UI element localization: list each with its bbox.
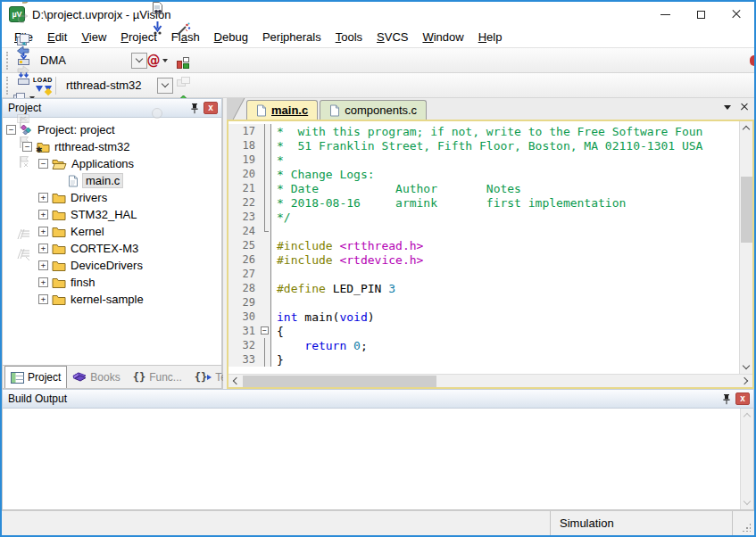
incremental-find-button[interactable]: [147, 18, 167, 37]
tree-item-finsh[interactable]: +finsh: [3, 274, 221, 291]
line-number: 30: [228, 310, 259, 324]
tree-item-kernel-sample[interactable]: +kernel-sample: [3, 291, 221, 308]
web-search-button[interactable]: @: [147, 51, 167, 70]
editor-horizontal-scrollbar[interactable]: [228, 374, 752, 387]
pin-button[interactable]: [189, 103, 200, 114]
target-combo[interactable]: rtthread-stm32: [59, 77, 173, 95]
maximize-button[interactable]: [683, 2, 719, 27]
tab-list-dropdown[interactable]: [724, 105, 731, 110]
fold-collapse-box[interactable]: −: [259, 324, 271, 338]
expand-icon[interactable]: +: [38, 277, 48, 287]
tree-item-rtthread-stm32[interactable]: −✱rtthread-stm32: [3, 138, 221, 155]
tree-item-label: finsh: [71, 276, 95, 289]
collapse-icon[interactable]: −: [38, 159, 48, 169]
tab-components-c[interactable]: components.c: [320, 100, 427, 120]
panel-tab-project[interactable]: Project: [4, 366, 67, 388]
tree-item-applications[interactable]: −Applications: [3, 155, 221, 172]
search-dropdown-button[interactable]: [131, 53, 147, 69]
expand-icon[interactable]: +: [38, 244, 48, 253]
expander-spacer: [54, 176, 64, 186]
file-icon: [329, 104, 340, 117]
expand-icon[interactable]: +: [38, 294, 48, 304]
expand-icon[interactable]: +: [38, 227, 48, 236]
scrollbar-thumb[interactable]: [243, 376, 436, 387]
menu-peripherals[interactable]: Peripherals: [255, 29, 328, 45]
chevron-down-icon: [136, 55, 143, 62]
scroll-right-button[interactable]: [739, 375, 752, 388]
expand-icon[interactable]: +: [38, 210, 48, 219]
navigate-forward-button[interactable]: [13, 61, 33, 80]
menu-window[interactable]: Window: [415, 29, 470, 45]
output-vertical-scrollbar[interactable]: [740, 409, 753, 509]
scroll-up-button[interactable]: [741, 409, 754, 422]
scroll-down-button[interactable]: [740, 360, 753, 374]
pin-button[interactable]: [721, 393, 732, 405]
incremental-find-icon: [151, 21, 164, 35]
menu-view[interactable]: View: [74, 29, 113, 45]
bookmark-clear-button[interactable]: [13, 153, 33, 172]
translate-file-icon: [16, 32, 31, 46]
tree-item-label: kernel-sample: [71, 293, 144, 306]
target-dropdown-button[interactable]: [157, 78, 173, 94]
braces-icon: {}: [133, 371, 145, 384]
tab-main-c[interactable]: main.c: [246, 100, 318, 120]
breakpoint-disabled-button[interactable]: [147, 103, 167, 123]
target-select-value[interactable]: rtthread-stm32: [59, 78, 157, 92]
code-editor[interactable]: 17* with this program; if not, write to …: [228, 121, 739, 374]
scroll-left-button[interactable]: [228, 375, 242, 388]
search-combo[interactable]: DMA: [33, 52, 147, 70]
menu-debug[interactable]: Debug: [207, 29, 255, 45]
tree-item-label: Kernel: [71, 225, 104, 238]
tree-item-devicedrivers[interactable]: +DeviceDrivers: [3, 257, 221, 274]
redo-button[interactable]: [13, 8, 33, 28]
copy-screens-button[interactable]: [173, 72, 193, 92]
editor-vertical-scrollbar[interactable]: [739, 121, 752, 374]
menu-svcs[interactable]: SVCS: [370, 29, 415, 45]
menu-help[interactable]: Help: [471, 29, 510, 45]
project-grid-icon: [11, 372, 24, 384]
scroll-up-button[interactable]: [740, 121, 753, 135]
menu-edit[interactable]: Edit: [40, 29, 74, 45]
expand-icon[interactable]: +: [38, 260, 48, 270]
line-number: 28: [228, 281, 259, 295]
build-output-content[interactable]: [3, 409, 740, 509]
panel-tab-func[interactable]: {}Func...: [128, 366, 187, 388]
fold-margin: [259, 267, 271, 281]
uncomment-selection-button[interactable]: [13, 244, 33, 264]
minimize-button[interactable]: [647, 2, 683, 27]
tree-item-project-project[interactable]: −Project: project: [3, 121, 221, 138]
project-panel-close-button[interactable]: x: [204, 102, 218, 114]
tree-item-cortex-m3[interactable]: +CORTEX-M3: [3, 240, 221, 257]
scroll-down-button[interactable]: [741, 496, 754, 509]
tree-item-drivers[interactable]: +Drivers: [3, 189, 221, 206]
options-wand-button[interactable]: [173, 20, 193, 39]
line-number: 24: [228, 224, 259, 238]
project-tree[interactable]: −Project: project−✱rtthread-stm32−Applic…: [2, 118, 222, 366]
toolbar-grip-2[interactable]: [6, 77, 11, 95]
tree-item-stm32-hal[interactable]: +STM32_HAL: [3, 206, 221, 223]
resize-grip[interactable]: [733, 511, 754, 535]
panel-tab-books[interactable]: Books: [67, 366, 125, 388]
code-line-25: 25#include <rtthread.h>: [228, 238, 739, 252]
code-text: * Date Author Notes: [271, 182, 521, 195]
close-document-button[interactable]: [740, 103, 749, 112]
menu-tools[interactable]: Tools: [328, 29, 370, 45]
code-text: */: [271, 211, 291, 224]
simulation-mode-indicator: Simulation: [550, 511, 733, 535]
tree-item-main-c[interactable]: main.c: [3, 172, 221, 189]
find-in-document-button[interactable]: [147, 0, 167, 18]
bookmark-next-button[interactable]: [13, 133, 33, 153]
stop-build-button[interactable]: [13, 108, 33, 128]
download-button[interactable]: LOAD: [33, 76, 53, 95]
manage-components-button[interactable]: [173, 53, 193, 72]
build-output-close-button[interactable]: x: [735, 392, 750, 405]
close-button[interactable]: [719, 2, 754, 27]
scrollbar-thumb[interactable]: [741, 177, 752, 243]
expand-icon[interactable]: +: [38, 193, 48, 202]
search-input[interactable]: DMA: [33, 54, 131, 67]
translate-file-button[interactable]: [13, 29, 33, 49]
undo-button[interactable]: [13, 0, 33, 8]
comment-selection-button[interactable]: [13, 225, 33, 244]
toolbar-grip[interactable]: [6, 52, 11, 70]
tree-item-kernel[interactable]: +Kernel: [3, 223, 221, 240]
